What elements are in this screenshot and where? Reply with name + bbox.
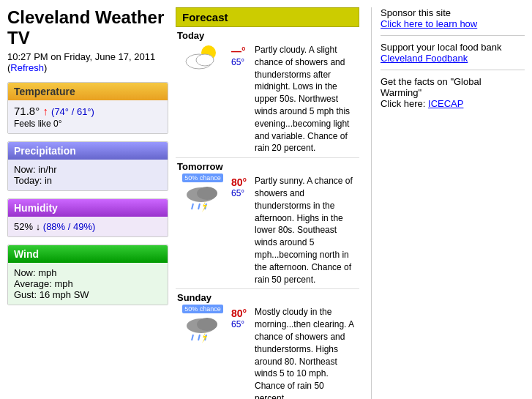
forecast-hi: —° (231, 45, 252, 57)
svg-point-4 (197, 187, 217, 200)
svg-point-10 (197, 318, 217, 331)
svg-line-5 (192, 204, 193, 209)
forecast-lo: 65° (231, 319, 252, 329)
feels-like: Feels like 0° (14, 119, 162, 129)
forecast-temps: —°65° (231, 42, 252, 67)
wind-gust: Gust: 16 mph SW (14, 289, 162, 300)
temperature-value: 71.8° ↑ (74° / 61°) (14, 105, 162, 117)
weather-icon (183, 314, 223, 345)
precipitation-card: Precipitation Now: in/hr Today: in (7, 141, 168, 191)
temp-arrow-up: ↑ (42, 105, 48, 117)
sponsor-panel: Sponsor this site Click here to learn ho… (371, 7, 525, 399)
svg-line-11 (192, 335, 193, 340)
sponsor-link-2[interactable]: Cleveland Foodbank (381, 53, 468, 64)
humidity-hi-lo: (88% / 49%) (43, 221, 96, 232)
wind-average: Average: mph (14, 278, 162, 289)
svg-line-6 (198, 204, 200, 209)
sponsor-block-3: Get the facts on "Global Warming" Click … (381, 76, 525, 115)
forecast-temps: 80°65° (231, 305, 252, 329)
sponsor-block-2: Support your local food bank Cleveland F… (381, 42, 525, 70)
precipitation-header: Precipitation (8, 142, 168, 160)
forecast-row: 50% chance80°65°Mostly cloudy in the mor… (177, 305, 358, 399)
forecast-day-label: Sunday (177, 292, 358, 303)
wind-body: Now: mph Average: mph Gust: 16 mph SW (8, 263, 168, 305)
wind-header: Wind (8, 245, 168, 263)
temperature-body: 71.8° ↑ (74° / 61°) Feels like 0° (8, 100, 168, 133)
forecast-day-label: Tomorrow (177, 161, 358, 172)
forecast-description: Mostly cloudy in the morning...then clea… (255, 305, 358, 399)
forecast-section: Forecast Today—°65°Partly cloudy. A slig… (176, 7, 359, 399)
sponsor-link-3[interactable]: ICECAP (428, 98, 463, 109)
sponsor-block-1: Sponsor this site Click here to learn ho… (381, 7, 525, 36)
precipitation-body: Now: in/hr Today: in (8, 160, 168, 190)
sponsor-link-1[interactable]: Click here to learn how (381, 18, 477, 29)
wind-now: Now: mph (14, 267, 162, 278)
precip-today: Today: in (14, 175, 162, 186)
site-datetime: 10:27 PM on Friday, June 17, 2011 (Refre… (7, 51, 168, 73)
svg-point-2 (196, 54, 214, 66)
forecast-row: 50% chance80°65°Partly sunny. A chance o… (177, 174, 358, 286)
forecast-hi: 80° (231, 307, 252, 319)
forecast-hi: 80° (231, 176, 252, 188)
forecast-day-label: Today (177, 30, 358, 41)
humidity-card: Humidity 52% ↓ (88% / 49%) (7, 198, 168, 237)
site-title: Cleveland Weather TV (7, 7, 168, 48)
refresh-link[interactable]: Refresh (10, 62, 44, 73)
chance-badge: 50% chance (182, 174, 223, 182)
chance-badge: 50% chance (182, 305, 223, 313)
temp-hi-lo: (74° / 61°) (51, 106, 94, 117)
forecast-entry: Tomorrow50% chance80°65°Partly sunny. A … (176, 158, 359, 289)
forecast-description: Partly sunny. A chance of showers and th… (255, 174, 358, 286)
humidity-body: 52% ↓ (88% / 49%) (8, 217, 168, 236)
forecast-lo: 65° (231, 188, 252, 198)
forecast-list: Today—°65°Partly cloudy. A slight chance… (176, 27, 359, 399)
humidity-value: 52% ↓ (88% / 49%) (14, 221, 162, 232)
wind-card: Wind Now: mph Average: mph Gust: 16 mph … (7, 245, 168, 305)
humidity-header: Humidity (8, 199, 168, 217)
forecast-header: Forecast (176, 7, 359, 27)
humidity-arrow: ↓ (36, 221, 41, 232)
forecast-description: Partly cloudy. A slight chance of shower… (255, 42, 358, 154)
forecast-row: —°65°Partly cloudy. A slight chance of s… (177, 42, 358, 154)
temperature-header: Temperature (8, 83, 168, 100)
forecast-entry: Today—°65°Partly cloudy. A slight chance… (176, 27, 359, 158)
forecast-entry: Sunday50% chance80°65°Mostly cloudy in t… (176, 289, 359, 399)
weather-icon (183, 42, 223, 73)
weather-icon (183, 183, 223, 214)
forecast-lo: 65° (231, 57, 252, 67)
precip-now: Now: in/hr (14, 164, 162, 175)
forecast-temps: 80°65° (231, 174, 252, 198)
svg-line-12 (198, 335, 200, 340)
temperature-card: Temperature 71.8° ↑ (74° / 61°) Feels li… (7, 82, 168, 134)
